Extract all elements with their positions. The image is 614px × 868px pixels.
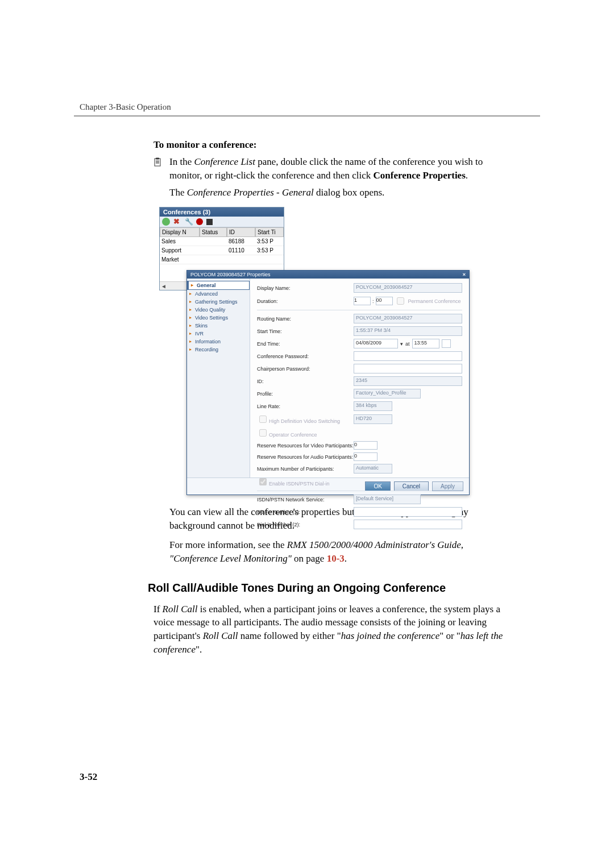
nav-recording[interactable]: Recording <box>187 346 250 354</box>
paragraph-roll-call: If Roll Call is enabled, when a particip… <box>154 603 512 657</box>
apply-button[interactable]: Apply <box>432 481 463 491</box>
label-chair-password: Chairperson Password: <box>257 366 354 372</box>
close-icon[interactable]: × <box>463 272 466 277</box>
permanent-label: Permanent Conference <box>408 298 461 304</box>
field-conf-password[interactable] <box>354 351 462 361</box>
clipboard-icon <box>154 155 164 199</box>
text: The <box>169 187 187 198</box>
label-at: at <box>405 341 410 347</box>
section-heading-roll-call: Roll Call/Audible Tones During an Ongoin… <box>148 582 512 595</box>
text: on page <box>292 553 327 564</box>
label-routing-name: Routing Name: <box>257 316 354 322</box>
properties-form: Display Name:POLYCOM_2039084527 Duration… <box>250 279 469 477</box>
cell-time: 3:53 P <box>255 237 284 246</box>
embedded-screenshot: Conferences (3) ✖ 🔧 Display N Status ID … <box>159 207 478 495</box>
label-end-time: End Time: <box>257 341 354 347</box>
label-res-audio: Reserve Resources for Audio Participants… <box>257 454 354 460</box>
field-profile: Factory_Video_Profile <box>354 389 421 398</box>
procedure-heading: To monitor a conference: <box>154 139 512 151</box>
roll-call-term: Roll Call <box>203 630 238 641</box>
cell-id <box>227 255 255 264</box>
duration-minutes[interactable]: 00 <box>376 297 393 305</box>
time-spinner[interactable] <box>442 339 451 348</box>
label-hd-switching: High Definition Video Switching <box>269 418 340 424</box>
cell-id: 86188 <box>227 237 255 246</box>
text: . <box>345 553 347 564</box>
field-hd-res: HD720 <box>354 414 392 424</box>
joined-phrase: has joined the conference <box>341 630 440 641</box>
label-operator-conf: Operator Conference <box>269 432 317 438</box>
page-number: 3-52 <box>80 771 97 783</box>
stop-icon[interactable] <box>206 219 213 225</box>
nav-gathering[interactable]: Gathering Settings <box>187 298 250 306</box>
field-res-video[interactable]: 0 <box>354 441 377 450</box>
cell-id: 01110 <box>227 246 255 255</box>
col-status[interactable]: Status <box>200 227 227 237</box>
table-row[interactable]: Market <box>160 255 284 264</box>
field-routing-name: POLYCOM_2039084527 <box>354 314 462 323</box>
roll-call-term: Roll Call <box>163 604 198 614</box>
label-conf-password: Conference Password: <box>257 354 354 359</box>
conference-properties-term: Conference Properties <box>374 170 466 181</box>
col-display-name[interactable]: Display N <box>160 227 200 237</box>
label-isdn-service: ISDN/PSTN Network Service: <box>257 497 354 502</box>
section-rule <box>257 491 462 491</box>
field-id: 2345 <box>354 376 462 386</box>
dropdown-icon[interactable]: ▾ <box>400 341 403 347</box>
cell-status <box>200 246 227 255</box>
label-duration: Duration: <box>257 298 354 304</box>
table-row[interactable]: Sales 86188 3:53 P <box>160 237 284 246</box>
nav-advanced[interactable]: Advanced <box>187 290 250 298</box>
label-dialin-2: Dial-in Number (2): <box>257 522 354 528</box>
nav-general[interactable]: General <box>187 281 250 290</box>
end-time-field[interactable]: 13:55 <box>412 339 439 348</box>
label-display-name: Display Name: <box>257 285 354 291</box>
scroll-left-icon[interactable]: ◄ <box>161 283 167 289</box>
label-dialin-1: Dial-in Number (1): <box>257 509 354 515</box>
conference-list-term: Conference List <box>194 156 255 167</box>
permanent-checkbox <box>397 297 404 305</box>
cell-time <box>255 255 284 264</box>
table-row[interactable]: Support 01110 3:53 P <box>160 246 284 255</box>
settings-icon[interactable]: 🔧 <box>185 218 193 226</box>
nav-video-settings[interactable]: Video Settings <box>187 314 250 322</box>
field-isdn-service: [Default Service] <box>354 495 421 504</box>
record-icon[interactable] <box>196 218 203 225</box>
text: " or " <box>439 630 460 641</box>
field-display-name: POLYCOM_2039084527 <box>354 283 462 293</box>
text: ". <box>196 644 202 655</box>
new-conference-icon[interactable] <box>162 218 170 226</box>
conferences-header-row: Display N Status ID Start Ti <box>160 227 284 237</box>
cell-name: Market <box>160 255 200 264</box>
svg-rect-1 <box>156 158 159 160</box>
col-start-time[interactable]: Start Ti <box>255 227 284 237</box>
col-id[interactable]: ID <box>227 227 255 237</box>
page-reference-link[interactable]: 10-3 <box>327 553 345 564</box>
field-dialin-1[interactable] <box>354 507 462 517</box>
nav-video-quality[interactable]: Video Quality <box>187 306 250 314</box>
label-start-time: Start Time: <box>257 329 354 334</box>
field-max-participants: Automatic <box>354 464 392 474</box>
end-date-field[interactable]: 04/08/2009 <box>354 339 398 348</box>
label-max-participants: Maximum Number of Participants: <box>257 466 354 472</box>
field-line-rate: 384 kbps <box>354 401 392 411</box>
duration-hours[interactable]: 1 <box>354 297 371 305</box>
step-1: In the Conference List pane, double clic… <box>154 155 512 199</box>
nav-ivr[interactable]: IVR <box>187 330 250 338</box>
cell-time: 3:53 P <box>255 246 284 255</box>
header-rule <box>74 115 540 117</box>
nav-skins[interactable]: Skins <box>187 322 250 330</box>
cell-status <box>200 237 227 246</box>
label-res-video: Reserve Resources for Video Participants… <box>257 443 354 448</box>
nav-information[interactable]: Information <box>187 338 250 346</box>
field-dialin-2[interactable] <box>354 520 462 529</box>
dialog-title-text: POLYCOM 2039084527 Properties <box>190 272 270 277</box>
label-profile: Profile: <box>257 391 354 397</box>
hd-switching-checkbox <box>259 416 267 423</box>
delete-icon[interactable]: ✖ <box>173 218 181 226</box>
conferences-title: Conferences (3) <box>160 207 284 217</box>
chapter-header: Chapter 3-Basic Operation <box>80 102 540 112</box>
field-chair-password[interactable] <box>354 364 462 373</box>
field-res-audio[interactable]: 0 <box>354 452 377 461</box>
dialog-titlebar[interactable]: POLYCOM 2039084527 Properties × <box>187 271 469 279</box>
